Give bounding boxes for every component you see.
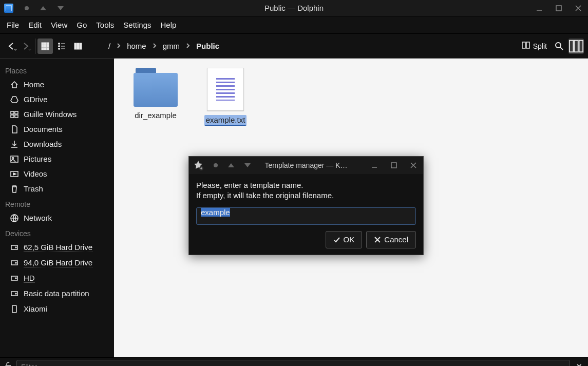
menubar: File Edit View Go Tools Settings Help: [0, 16, 588, 34]
crumb-current[interactable]: Public: [196, 42, 219, 50]
svg-rect-16: [522, 42, 525, 48]
svg-rect-19: [570, 40, 574, 52]
panel-toggle-button[interactable]: [568, 38, 584, 54]
sidebar-item-xiaomi[interactable]: Xiaomi: [0, 301, 114, 316]
chevron-right-icon: [116, 42, 122, 50]
devices-header: Devices: [0, 225, 114, 240]
keep-above-icon[interactable]: [25, 6, 29, 10]
svg-rect-17: [526, 42, 529, 48]
file-item-text[interactable]: example.txt: [202, 68, 249, 126]
split-button[interactable]: Split: [519, 41, 550, 51]
sidebar-item-drive-1[interactable]: 62,5 GiB Hard Drive: [0, 240, 114, 255]
sidebar-item-hd[interactable]: HD: [0, 271, 114, 286]
titlebar: Public — Dolphin: [0, 0, 588, 16]
chevron-right-icon: [151, 42, 158, 50]
crumb-user[interactable]: gmm: [163, 42, 180, 50]
file-view[interactable]: dir_example example.txt Template manager…: [114, 59, 588, 357]
svg-point-10: [59, 43, 60, 44]
ok-button[interactable]: OK: [326, 231, 363, 248]
svg-point-12: [59, 48, 60, 49]
folder-icon: [134, 68, 178, 107]
svg-rect-6: [47, 45, 49, 47]
shade-down-icon[interactable]: [244, 163, 251, 167]
crumb-root[interactable]: /: [108, 42, 110, 50]
sidebar-item-trash[interactable]: Trash: [0, 181, 114, 196]
dialog-titlebar[interactable]: Template manager — K…: [189, 157, 423, 174]
svg-rect-1: [42, 43, 44, 45]
svg-rect-7: [42, 48, 44, 50]
svg-rect-26: [11, 156, 18, 162]
menu-go[interactable]: Go: [72, 16, 91, 34]
dialog-text-2: If empty, it will take the original file…: [196, 190, 416, 201]
close-button[interactable]: [568, 0, 588, 16]
file-item-folder[interactable]: dir_example: [132, 68, 179, 126]
template-dialog: Template manager — K… Please, enter a te…: [188, 156, 424, 255]
svg-rect-38: [12, 305, 16, 313]
text-file-icon: [207, 68, 244, 111]
menu-file[interactable]: File: [2, 16, 24, 34]
dialog-minimize-button[interactable]: [365, 157, 384, 174]
sidebar-item-pictures[interactable]: Pictures: [0, 151, 114, 166]
keep-above-icon[interactable]: [214, 163, 218, 167]
cancel-button[interactable]: Cancel: [366, 231, 416, 248]
menu-help[interactable]: Help: [156, 16, 181, 34]
menu-edit[interactable]: Edit: [24, 16, 46, 34]
sidebar-item-windows[interactable]: Guille Windows: [0, 107, 114, 122]
dialog-maximize-button[interactable]: [384, 157, 404, 174]
template-name-input[interactable]: example: [196, 207, 416, 225]
sidebar: Places Home GDrive Guille Windows Docume…: [0, 59, 114, 357]
shade-down-icon[interactable]: [58, 6, 64, 10]
menu-tools[interactable]: Tools: [91, 16, 119, 34]
svg-rect-14: [77, 43, 79, 49]
shade-up-icon[interactable]: [228, 163, 234, 167]
unlock-icon[interactable]: [4, 362, 12, 366]
view-columns-button[interactable]: [70, 38, 86, 54]
sidebar-item-drive-2[interactable]: 94,0 GiB Hard Drive: [0, 255, 114, 271]
menu-view[interactable]: View: [46, 16, 72, 34]
menu-settings[interactable]: Settings: [119, 16, 156, 34]
svg-point-35: [15, 278, 16, 279]
toolbar: / home gmm Public Split: [0, 34, 588, 59]
minimize-button[interactable]: [529, 0, 549, 16]
dialog-close-button[interactable]: [404, 157, 423, 174]
svg-rect-15: [80, 43, 82, 49]
svg-rect-25: [15, 115, 18, 118]
filter-bar: Filter... ×: [0, 357, 588, 366]
places-header: Places: [0, 63, 114, 77]
sidebar-item-basic-data[interactable]: Basic data partition: [0, 286, 114, 301]
filter-input[interactable]: Filter...: [16, 360, 570, 367]
star-plus-icon: [193, 160, 203, 170]
sidebar-item-home[interactable]: Home: [0, 77, 114, 92]
svg-point-18: [556, 43, 561, 48]
shade-up-icon[interactable]: [40, 6, 46, 10]
svg-rect-13: [74, 43, 77, 49]
view-icons-button[interactable]: [37, 38, 53, 54]
crumb-home[interactable]: home: [127, 42, 146, 50]
chevron-right-icon: [185, 42, 191, 50]
sidebar-item-downloads[interactable]: Downloads: [0, 137, 114, 151]
search-button[interactable]: [552, 38, 566, 54]
svg-rect-4: [42, 45, 44, 47]
svg-rect-22: [11, 111, 14, 114]
svg-rect-23: [15, 111, 18, 114]
app-icon: [4, 4, 13, 13]
svg-rect-0: [556, 6, 561, 11]
dialog-title: Template manager — K…: [264, 161, 347, 169]
svg-point-37: [15, 293, 16, 294]
sidebar-item-network[interactable]: Network: [0, 210, 114, 225]
svg-point-33: [15, 262, 16, 263]
sidebar-item-documents[interactable]: Documents: [0, 122, 114, 137]
svg-rect-3: [47, 43, 49, 45]
sidebar-item-gdrive[interactable]: GDrive: [0, 92, 114, 107]
back-button[interactable]: [4, 38, 18, 54]
forward-button[interactable]: [18, 38, 33, 54]
view-list-button[interactable]: [54, 38, 69, 54]
window-title: Public — Dolphin: [264, 4, 324, 12]
svg-rect-24: [11, 115, 14, 118]
maximize-button[interactable]: [549, 0, 568, 16]
sidebar-item-videos[interactable]: Videos: [0, 166, 114, 181]
svg-rect-9: [47, 48, 49, 50]
remote-header: Remote: [0, 196, 114, 210]
close-filter-button[interactable]: ×: [574, 361, 584, 366]
svg-rect-8: [44, 48, 46, 50]
